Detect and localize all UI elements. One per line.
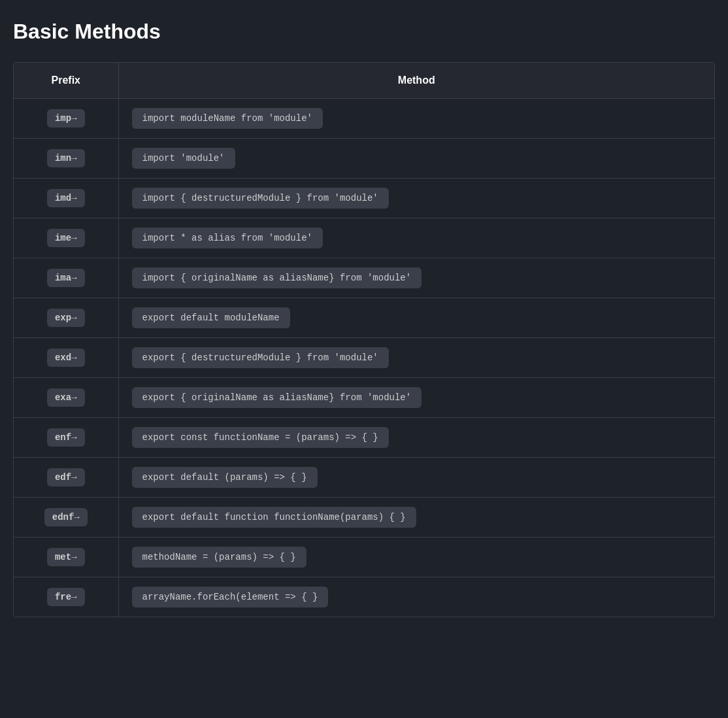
method-badge: arrayName.forEach(element => { } bbox=[132, 587, 329, 607]
method-cell: export { originalName as aliasName} from… bbox=[118, 378, 714, 418]
table-row: ima→import { originalName as aliasName} … bbox=[14, 258, 714, 298]
prefix-cell: imd→ bbox=[14, 179, 118, 218]
prefix-cell: edf→ bbox=[14, 458, 118, 498]
method-badge: methodName = (params) => { } bbox=[132, 547, 306, 568]
method-badge: export { originalName as aliasName} from… bbox=[132, 387, 422, 408]
prefix-column-header: Prefix bbox=[14, 63, 118, 99]
table-row: imd→import { destructuredModule } from '… bbox=[14, 179, 714, 218]
method-cell: import moduleName from 'module' bbox=[118, 99, 714, 139]
method-cell: export default moduleName bbox=[118, 298, 714, 338]
method-cell: import { originalName as aliasName} from… bbox=[118, 258, 714, 298]
method-cell: export { destructuredModule } from 'modu… bbox=[118, 338, 714, 378]
table-row: edf→export default (params) => { } bbox=[14, 458, 714, 498]
method-cell: export default (params) => { } bbox=[118, 458, 714, 498]
method-cell: import 'module' bbox=[118, 139, 714, 179]
method-cell: import * as alias from 'module' bbox=[118, 218, 714, 258]
table-header-row: Prefix Method bbox=[14, 63, 714, 99]
prefix-badge: exd→ bbox=[47, 349, 85, 367]
prefix-cell: exa→ bbox=[14, 378, 118, 418]
prefix-cell: exd→ bbox=[14, 338, 118, 378]
method-badge: import * as alias from 'module' bbox=[132, 228, 323, 248]
method-column-header: Method bbox=[118, 63, 714, 99]
prefix-badge: imn→ bbox=[47, 149, 85, 167]
prefix-cell: imp→ bbox=[14, 99, 118, 139]
table-row: ednf→export default function functionNam… bbox=[14, 498, 714, 538]
table-row: exd→export { destructuredModule } from '… bbox=[14, 338, 714, 378]
prefix-badge: ednf→ bbox=[44, 508, 88, 526]
method-badge: import 'module' bbox=[132, 148, 235, 169]
prefix-badge: ima→ bbox=[47, 269, 85, 287]
prefix-cell: exp→ bbox=[14, 298, 118, 338]
table-row: enf→export const functionName = (params)… bbox=[14, 418, 714, 458]
prefix-cell: ednf→ bbox=[14, 498, 118, 538]
method-badge: import { originalName as aliasName} from… bbox=[132, 267, 422, 288]
table-row: ime→import * as alias from 'module' bbox=[14, 218, 714, 258]
method-badge: export const functionName = (params) => … bbox=[132, 427, 389, 448]
prefix-badge: enf→ bbox=[47, 428, 85, 447]
table-row: imn→import 'module' bbox=[14, 139, 714, 179]
table-row: exp→export default moduleName bbox=[14, 298, 714, 338]
prefix-cell: fre→ bbox=[14, 577, 118, 617]
method-cell: export const functionName = (params) => … bbox=[118, 418, 714, 458]
prefix-badge: edf→ bbox=[47, 468, 85, 487]
method-badge: export default (params) => { } bbox=[132, 467, 318, 488]
table-row: exa→export { originalName as aliasName} … bbox=[14, 378, 714, 418]
prefix-badge: imd→ bbox=[47, 189, 85, 207]
prefix-cell: ima→ bbox=[14, 258, 118, 298]
method-cell: arrayName.forEach(element => { } bbox=[118, 577, 714, 617]
table-row: met→methodName = (params) => { } bbox=[14, 538, 714, 577]
table-row: fre→arrayName.forEach(element => { } bbox=[14, 577, 714, 617]
method-badge: export { destructuredModule } from 'modu… bbox=[132, 347, 389, 368]
prefix-cell: met→ bbox=[14, 538, 118, 577]
method-badge: import { destructuredModule } from 'modu… bbox=[132, 188, 389, 209]
table-row: imp→import moduleName from 'module' bbox=[14, 99, 714, 139]
method-badge: export default moduleName bbox=[132, 307, 290, 328]
method-cell: export default function functionName(par… bbox=[118, 498, 714, 538]
prefix-cell: imn→ bbox=[14, 139, 118, 179]
methods-table: Prefix Method imp→import moduleName from… bbox=[14, 63, 714, 617]
prefix-cell: enf→ bbox=[14, 418, 118, 458]
method-badge: export default function functionName(par… bbox=[132, 507, 416, 528]
prefix-badge: exp→ bbox=[47, 309, 85, 327]
method-cell: methodName = (params) => { } bbox=[118, 538, 714, 577]
page-title: Basic Methods bbox=[13, 20, 715, 44]
prefix-badge: fre→ bbox=[47, 588, 85, 606]
prefix-cell: ime→ bbox=[14, 218, 118, 258]
prefix-badge: ime→ bbox=[47, 229, 85, 247]
prefix-badge: imp→ bbox=[47, 109, 85, 128]
prefix-badge: met→ bbox=[47, 548, 85, 566]
method-cell: import { destructuredModule } from 'modu… bbox=[118, 179, 714, 218]
method-badge: import moduleName from 'module' bbox=[132, 108, 323, 129]
methods-table-container: Prefix Method imp→import moduleName from… bbox=[13, 62, 715, 617]
prefix-badge: exa→ bbox=[47, 388, 85, 407]
